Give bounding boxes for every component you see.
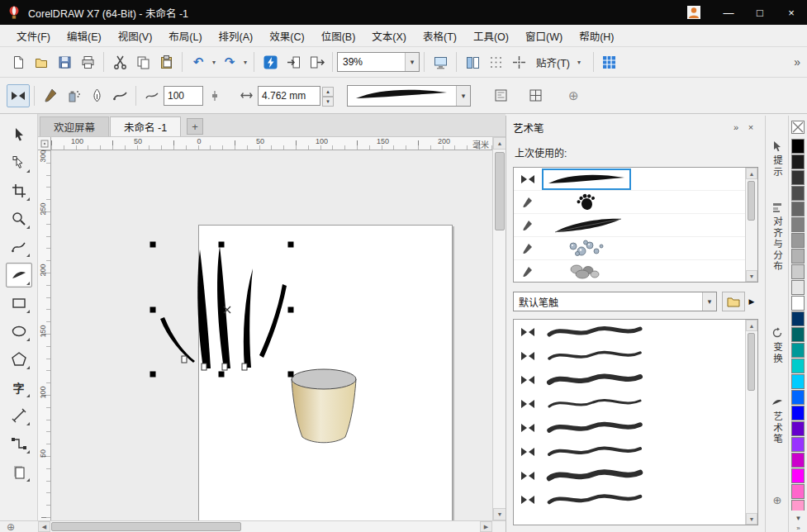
color-swatch[interactable]: [791, 186, 805, 201]
text-wrap-button[interactable]: [489, 84, 512, 107]
palette-overflow-icon[interactable]: »: [789, 525, 807, 532]
scroll-left-icon[interactable]: ◀: [38, 521, 50, 532]
crop-tool[interactable]: [6, 178, 32, 203]
color-swatch[interactable]: [791, 468, 805, 483]
cut-button[interactable]: [108, 50, 131, 74]
color-swatch[interactable]: [791, 390, 805, 405]
drawing-canvas[interactable]: [51, 150, 492, 520]
browse-folder-button[interactable]: [722, 292, 745, 311]
redo-dropdown[interactable]: ▾: [241, 59, 249, 66]
add-docker-button[interactable]: ⊕: [766, 494, 789, 506]
color-swatch[interactable]: [791, 327, 805, 342]
menu-item[interactable]: 排列(A): [211, 25, 262, 47]
quick-customize-button[interactable]: ⊕: [568, 88, 579, 103]
color-swatch[interactable]: [791, 311, 805, 326]
paste-button[interactable]: [154, 50, 178, 74]
calligraphic-mode-button[interactable]: [85, 84, 108, 107]
default-stroke-item[interactable]: [514, 368, 757, 392]
color-swatch[interactable]: [791, 202, 805, 216]
pressure-mode-button[interactable]: [108, 84, 131, 107]
list-scrollbar[interactable]: ▲ ▼: [745, 320, 757, 525]
scrollbar-thumb[interactable]: [748, 333, 755, 391]
artistic-media-tool[interactable]: [6, 263, 32, 287]
menu-item[interactable]: 效果(C): [261, 25, 312, 47]
node-markers[interactable]: [182, 356, 247, 370]
vertical-ruler[interactable]: 30025020015010050: [38, 150, 51, 520]
docker-tab-align-distribute[interactable]: 对齐与分布: [766, 202, 789, 273]
stroke-list-item[interactable]: [514, 214, 757, 237]
chevron-down-icon[interactable]: ▾: [702, 292, 716, 311]
color-swatch[interactable]: [791, 453, 805, 468]
spin-down-icon[interactable]: ▾: [322, 97, 334, 107]
color-swatch[interactable]: [791, 406, 805, 420]
new-document-button[interactable]: [7, 50, 30, 74]
color-swatch[interactable]: [791, 170, 805, 185]
stroke-list-item[interactable]: [514, 168, 757, 191]
stroke-width-input[interactable]: 4.762 mm: [258, 86, 320, 106]
spin-up-icon[interactable]: ▴: [322, 87, 334, 97]
horizontal-ruler[interactable]: 毫米 10050050100150200: [51, 137, 492, 150]
horizontal-scrollbar[interactable]: ◀ ▶: [38, 521, 492, 532]
maximize-button[interactable]: □: [744, 0, 776, 25]
scroll-right-icon[interactable]: ▶: [480, 521, 492, 532]
redo-button[interactable]: ↷: [218, 50, 241, 74]
menu-item[interactable]: 编辑(E): [59, 25, 110, 47]
scroll-up-icon[interactable]: ▲: [493, 137, 506, 150]
color-swatch[interactable]: [791, 359, 805, 373]
export-button[interactable]: [305, 50, 328, 74]
new-document-tab-button[interactable]: +: [187, 118, 203, 135]
border-grid-button[interactable]: [524, 84, 547, 107]
menu-item[interactable]: 文本(X): [363, 25, 415, 47]
default-stroke-item[interactable]: [514, 463, 757, 487]
stroke-list-item[interactable]: [514, 191, 757, 214]
menu-item[interactable]: 帮助(H): [571, 25, 622, 47]
color-swatch[interactable]: [791, 437, 805, 452]
scroll-up-icon[interactable]: ▲: [746, 320, 757, 331]
color-swatch[interactable]: [791, 500, 805, 511]
smoothing-slider-icon[interactable]: [203, 84, 226, 107]
vertical-scrollbar[interactable]: ▲ ▼: [492, 137, 506, 520]
color-swatch[interactable]: [791, 264, 805, 279]
scroll-up-icon[interactable]: ▲: [746, 168, 757, 179]
chevron-down-icon[interactable]: ▾: [456, 86, 470, 106]
dimension-tool[interactable]: [6, 403, 32, 428]
menu-item[interactable]: 布局(L): [160, 25, 210, 47]
menu-item[interactable]: 文件(F): [8, 25, 59, 47]
color-swatch[interactable]: [791, 484, 805, 499]
print-button[interactable]: [76, 50, 99, 74]
undo-dropdown[interactable]: ▾: [210, 59, 218, 66]
freehand-tool[interactable]: [6, 235, 32, 259]
docker-tab-artistic-media[interactable]: 艺术笔: [766, 397, 789, 445]
stroke-list-item[interactable]: [514, 260, 757, 283]
connector-tool[interactable]: [6, 431, 32, 456]
app-launcher-button[interactable]: [259, 50, 282, 74]
docker-tab-hints[interactable]: 提示: [766, 140, 789, 178]
snap-to-dropdown[interactable]: 贴齐(T) ▾: [530, 51, 589, 73]
scroll-down-icon[interactable]: ▼: [746, 513, 757, 525]
tab-untitled-document[interactable]: 未命名 -1: [110, 116, 181, 136]
zoom-level-combo[interactable]: 39% ▾: [337, 52, 420, 72]
sprayer-mode-button[interactable]: [62, 84, 85, 107]
drop-shadow-tool[interactable]: [6, 459, 32, 484]
brush-mode-button[interactable]: [39, 84, 62, 107]
horizontal-scrollbar-thumb[interactable]: [51, 522, 241, 531]
menu-item[interactable]: 表格(T): [415, 25, 465, 47]
vertical-scrollbar-thumb[interactable]: [495, 152, 505, 230]
polygon-tool[interactable]: [6, 347, 32, 372]
minimize-button[interactable]: —: [713, 0, 744, 25]
docker-flyout-icon[interactable]: ▶: [745, 297, 758, 306]
fullscreen-preview-button[interactable]: [429, 50, 452, 74]
scroll-down-icon[interactable]: ▼: [493, 508, 506, 520]
open-button[interactable]: [30, 50, 53, 74]
menu-item[interactable]: 位图(B): [313, 25, 364, 47]
scrollbar-thumb[interactable]: [748, 181, 755, 221]
color-swatch[interactable]: [791, 280, 805, 295]
scroll-down-icon[interactable]: ▼: [746, 270, 757, 282]
user-account-icon[interactable]: [686, 5, 701, 20]
default-stroke-item[interactable]: [514, 416, 757, 439]
rectangle-tool[interactable]: [6, 291, 32, 316]
default-stroke-item[interactable]: [514, 487, 757, 511]
ellipse-tool[interactable]: [6, 319, 32, 344]
guidelines-button[interactable]: [507, 50, 530, 74]
color-swatch[interactable]: [791, 296, 805, 311]
